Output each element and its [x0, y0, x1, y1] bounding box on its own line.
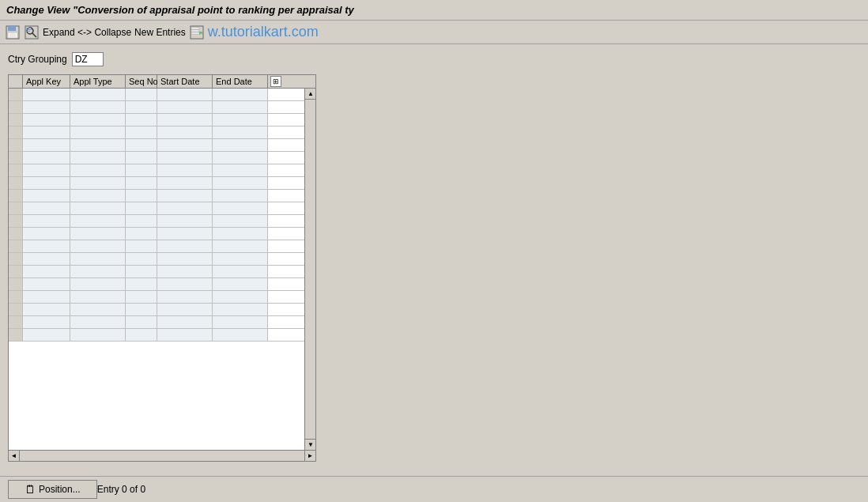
scroll-right-button[interactable]: ► — [304, 451, 315, 461]
cell-start-date[interactable] — [157, 177, 213, 189]
cell-end-date[interactable] — [213, 164, 268, 176]
cell-appl-key[interactable] — [23, 101, 70, 113]
cell-start-date[interactable] — [157, 101, 213, 113]
cell-seq-no[interactable] — [126, 253, 157, 265]
cell-appl-key[interactable] — [23, 152, 70, 164]
cell-appl-key[interactable] — [23, 228, 70, 240]
cell-end-date[interactable] — [213, 316, 268, 328]
cell-appl-key[interactable] — [23, 278, 70, 290]
cell-appl-key[interactable] — [23, 202, 70, 214]
ctry-grouping-input[interactable] — [72, 52, 104, 66]
cell-appl-key[interactable] — [23, 316, 70, 328]
cell-end-date[interactable] — [213, 190, 268, 202]
cell-appl-type[interactable] — [70, 215, 126, 227]
cell-end-date[interactable] — [213, 329, 268, 341]
cell-appl-type[interactable] — [70, 278, 126, 290]
table-row[interactable] — [9, 240, 304, 253]
cell-appl-key[interactable] — [23, 291, 70, 303]
cell-end-date[interactable] — [213, 152, 268, 164]
cell-start-date[interactable] — [157, 266, 213, 277]
cell-appl-key[interactable] — [23, 253, 70, 265]
cell-appl-key[interactable] — [23, 215, 70, 227]
cell-start-date[interactable] — [157, 228, 213, 240]
column-settings-button[interactable]: ⊞ — [268, 75, 284, 88]
cell-start-date[interactable] — [157, 114, 213, 126]
cell-start-date[interactable] — [157, 253, 213, 265]
table-row[interactable] — [9, 202, 304, 215]
table-row[interactable] — [9, 278, 304, 291]
cell-seq-no[interactable] — [126, 139, 157, 151]
cell-seq-no[interactable] — [126, 114, 157, 126]
table-row[interactable] — [9, 177, 304, 190]
cell-start-date[interactable] — [157, 152, 213, 164]
table-row[interactable] — [9, 215, 304, 228]
cell-start-date[interactable] — [157, 240, 213, 252]
table-row[interactable] — [9, 101, 304, 114]
cell-end-date[interactable] — [213, 101, 268, 113]
cell-appl-key[interactable] — [23, 126, 70, 138]
cell-start-date[interactable] — [157, 164, 213, 176]
cell-end-date[interactable] — [213, 139, 268, 151]
cell-start-date[interactable] — [157, 215, 213, 227]
cell-appl-key[interactable] — [23, 89, 70, 100]
cell-appl-type[interactable] — [70, 177, 126, 189]
cell-appl-type[interactable] — [70, 152, 126, 164]
cell-end-date[interactable] — [213, 89, 268, 100]
table-row[interactable] — [9, 164, 304, 177]
cell-appl-type[interactable] — [70, 316, 126, 328]
table-row[interactable] — [9, 139, 304, 152]
cell-appl-key[interactable] — [23, 329, 70, 341]
cell-end-date[interactable] — [213, 215, 268, 227]
table-row[interactable] — [9, 190, 304, 202]
cell-end-date[interactable] — [213, 177, 268, 189]
cell-appl-key[interactable] — [23, 139, 70, 151]
cell-seq-no[interactable] — [126, 215, 157, 227]
cell-start-date[interactable] — [157, 89, 213, 100]
cell-end-date[interactable] — [213, 253, 268, 265]
cell-start-date[interactable] — [157, 190, 213, 202]
cell-end-date[interactable] — [213, 304, 268, 315]
table-row[interactable] — [9, 89, 304, 101]
cell-end-date[interactable] — [213, 114, 268, 126]
cell-appl-type[interactable] — [70, 266, 126, 277]
cell-seq-no[interactable] — [126, 278, 157, 290]
scroll-up-button[interactable]: ▲ — [305, 89, 315, 100]
cell-start-date[interactable] — [157, 316, 213, 328]
cell-start-date[interactable] — [157, 139, 213, 151]
cell-start-date[interactable] — [157, 126, 213, 138]
cell-seq-no[interactable] — [126, 164, 157, 176]
table-row[interactable] — [9, 114, 304, 126]
cell-appl-key[interactable] — [23, 164, 70, 176]
cell-appl-key[interactable] — [23, 304, 70, 315]
expand-collapse-button[interactable]: Expand <-> Collapse — [43, 27, 131, 38]
cell-seq-no[interactable] — [126, 316, 157, 328]
cell-start-date[interactable] — [157, 202, 213, 214]
cell-seq-no[interactable] — [126, 89, 157, 100]
cell-end-date[interactable] — [213, 266, 268, 277]
cell-seq-no[interactable] — [126, 126, 157, 138]
cell-appl-type[interactable] — [70, 202, 126, 214]
cell-appl-type[interactable] — [70, 101, 126, 113]
table-row[interactable] — [9, 266, 304, 278]
cell-appl-key[interactable] — [23, 190, 70, 202]
cell-seq-no[interactable] — [126, 291, 157, 303]
cell-end-date[interactable] — [213, 202, 268, 214]
cell-appl-type[interactable] — [70, 139, 126, 151]
cell-seq-no[interactable] — [126, 177, 157, 189]
cell-appl-type[interactable] — [70, 304, 126, 315]
cell-appl-type[interactable] — [70, 253, 126, 265]
cell-start-date[interactable] — [157, 304, 213, 315]
table-row[interactable] — [9, 304, 304, 316]
scroll-down-button[interactable]: ▼ — [305, 439, 315, 450]
position-button[interactable]: 🗒 Position... — [8, 480, 97, 499]
cell-end-date[interactable] — [213, 126, 268, 138]
cell-seq-no[interactable] — [126, 202, 157, 214]
cell-seq-no[interactable] — [126, 228, 157, 240]
cell-appl-type[interactable] — [70, 291, 126, 303]
new-entries-button[interactable]: New Entries — [134, 27, 186, 38]
cell-appl-key[interactable] — [23, 114, 70, 126]
table-row[interactable] — [9, 152, 304, 164]
cell-start-date[interactable] — [157, 278, 213, 290]
find-icon[interactable] — [24, 25, 40, 40]
cell-end-date[interactable] — [213, 228, 268, 240]
